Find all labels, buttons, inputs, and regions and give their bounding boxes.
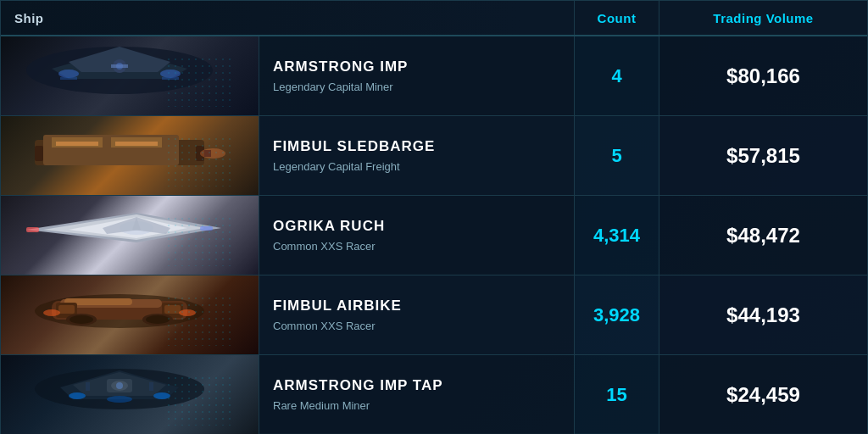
ship-count: 15 xyxy=(575,355,659,434)
ship-name: FIMBUL SLEDBARGE xyxy=(273,138,560,155)
ship-count: 4 xyxy=(575,36,659,115)
ship-info-cell: OGRIKA RUCH Common XXS Racer xyxy=(259,196,575,275)
table-header: Ship Count Trading Volume xyxy=(1,1,867,36)
decorative-dots xyxy=(165,295,233,346)
table-row: ARMSTRONG IMP TAP Rare Medium Miner 15 $… xyxy=(1,355,867,434)
ship-count: 5 xyxy=(575,116,659,195)
ship-volume: $80,166 xyxy=(659,36,867,115)
decorative-dots xyxy=(165,215,233,266)
svg-rect-52 xyxy=(149,382,153,391)
header-volume-label: Trading Volume xyxy=(713,11,813,25)
ship-info-cell: FIMBUL SLEDBARGE Legendary Capital Freig… xyxy=(259,116,575,195)
svg-rect-5 xyxy=(111,64,128,68)
svg-point-6 xyxy=(58,70,79,78)
decorative-dots xyxy=(165,375,233,426)
ship-volume: $24,459 xyxy=(659,355,867,434)
ship-class: Common XXS Racer xyxy=(273,240,560,253)
svg-rect-14 xyxy=(56,142,98,146)
ship-class: Rare Medium Miner xyxy=(273,399,560,412)
decorative-dots xyxy=(165,56,233,107)
header-count: Count xyxy=(575,1,659,35)
ship-class: Legendary Capital Freight xyxy=(273,160,560,173)
main-table: Ship Count Trading Volume ARMSTRONG I xyxy=(0,0,868,434)
ship-volume: $48,472 xyxy=(659,196,867,275)
svg-rect-24 xyxy=(26,227,39,232)
ship-image-cell xyxy=(1,355,259,434)
svg-point-40 xyxy=(70,315,93,324)
ship-class: Common XXS Racer xyxy=(273,320,560,332)
table-row: ARMSTRONG IMP Legendary Capital Miner 4 … xyxy=(1,36,867,116)
ship-name: FIMBUL AIRBIKE xyxy=(273,298,560,314)
ship-count: 3,928 xyxy=(575,275,659,354)
ship-image-bg xyxy=(1,355,259,434)
table-row: OGRIKA RUCH Common XXS Racer 4,314 $48,4… xyxy=(1,196,867,275)
ship-image-cell xyxy=(1,275,259,354)
table-row: FIMBUL SLEDBARGE Legendary Capital Freig… xyxy=(1,116,867,196)
header-volume: Trading Volume xyxy=(659,1,867,35)
ship-image-cell xyxy=(1,116,259,195)
header-ship: Ship xyxy=(1,1,575,35)
svg-rect-51 xyxy=(86,382,90,391)
ship-image-bg xyxy=(1,36,259,115)
ship-class: Legendary Capital Miner xyxy=(273,81,560,93)
ship-info-cell: ARMSTRONG IMP TAP Rare Medium Miner xyxy=(259,355,575,434)
ship-name: ARMSTRONG IMP TAP xyxy=(273,377,560,394)
ship-volume: $44,193 xyxy=(659,275,867,354)
svg-point-48 xyxy=(69,392,86,399)
ship-info-cell: FIMBUL AIRBIKE Common XXS Racer xyxy=(259,275,575,354)
ship-image-cell xyxy=(1,36,259,115)
ship-volume: $57,815 xyxy=(659,116,867,195)
svg-rect-16 xyxy=(35,146,43,161)
svg-rect-34 xyxy=(58,305,75,314)
table-body: ARMSTRONG IMP Legendary Capital Miner 4 … xyxy=(1,36,867,434)
svg-point-47 xyxy=(116,382,123,389)
ship-image-bg xyxy=(1,196,259,275)
ship-info-cell: ARMSTRONG IMP Legendary Capital Miner xyxy=(259,36,575,115)
svg-point-50 xyxy=(107,396,132,403)
svg-point-36 xyxy=(43,309,60,316)
decorative-dots xyxy=(165,136,233,186)
table-row: FIMBUL AIRBIKE Common XXS Racer 3,928 $4… xyxy=(1,275,867,355)
header-count-label: Count xyxy=(598,11,637,25)
ship-count: 4,314 xyxy=(575,196,659,275)
ship-name: ARMSTRONG IMP xyxy=(273,58,560,75)
ship-image-bg xyxy=(1,275,259,354)
ship-image-bg xyxy=(1,116,259,195)
header-ship-label: Ship xyxy=(14,11,44,25)
ship-name: OGRIKA RUCH xyxy=(273,218,560,235)
svg-rect-15 xyxy=(115,142,158,146)
svg-rect-8 xyxy=(60,77,77,80)
ship-image-cell xyxy=(1,196,259,275)
